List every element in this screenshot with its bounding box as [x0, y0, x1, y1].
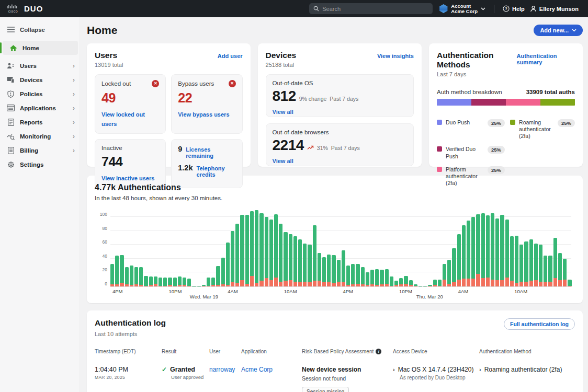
account-menu[interactable]: Account Acme Corp: [439, 4, 485, 14]
os-count: 812: [273, 88, 296, 105]
view-locked-out-link[interactable]: View locked out users: [101, 111, 145, 127]
x-axis-day-label: Thu. Mar 20: [416, 294, 443, 299]
reports-icon: [7, 118, 15, 126]
auth-bar: [356, 264, 359, 286]
monitoring-icon: [7, 132, 15, 140]
help-icon: ?: [503, 5, 510, 12]
view-all-os-link[interactable]: View all: [273, 109, 293, 115]
y-axis-label: 80: [96, 226, 107, 231]
x-axis-day-label: Wed. Mar 19: [190, 294, 218, 299]
auth-bar: [438, 280, 442, 286]
legend-swatch: [437, 120, 442, 125]
authentications-chart-card: 4.77k Authentications In the last 48 hou…: [87, 176, 583, 303]
x-axis-tick: 4AM: [458, 289, 469, 294]
telephony-link[interactable]: Telephony credits: [197, 165, 236, 178]
sidebar-item-applications[interactable]: Applications ›: [0, 101, 79, 115]
auth-bar: [481, 213, 485, 286]
search-input[interactable]: [322, 6, 428, 12]
auth-bar: [433, 280, 437, 286]
auth-log-card: Authentication log Last 10 attempts Full…: [87, 310, 583, 392]
view-insights-link[interactable]: View insights: [377, 53, 414, 59]
auth-bar: [139, 267, 143, 286]
auth-bar: [115, 256, 119, 286]
chevron-down-icon: [572, 29, 576, 32]
user-menu[interactable]: Ellery Munson: [530, 5, 579, 12]
user-link[interactable]: narroway: [209, 366, 235, 373]
sidebar-item-reports[interactable]: Reports ›: [0, 115, 79, 129]
users-total: 13019 total: [95, 62, 243, 68]
sidebar-item-billing[interactable]: Billing ›: [0, 143, 79, 157]
auth-bar: [313, 225, 316, 286]
shield-icon: [7, 90, 15, 98]
log-row-device: › Mac OS X 14.7.4 (23H420) As reported b…: [393, 354, 479, 392]
auth-bar: [544, 256, 547, 286]
legend-swatch: [510, 120, 515, 125]
auth-bar: [163, 278, 167, 286]
auth-chart-plot: 020406080100: [110, 209, 571, 287]
devices-card: Devices View insights 25188 total Out-of…: [258, 43, 422, 167]
locked-out-count: 49: [101, 90, 159, 106]
view-all-browsers-link[interactable]: View all: [273, 158, 293, 164]
auth-bar: [495, 218, 499, 286]
legend-item: Verified Duo Push 25%: [437, 146, 505, 159]
application-link[interactable]: Acme Corp: [241, 366, 273, 373]
sidebar-item-settings[interactable]: Settings: [0, 157, 79, 171]
auth-methods-title: Authentication Methods: [437, 51, 517, 70]
cisco-logo-icon: CISCO: [6, 4, 20, 13]
auth-bar: [385, 269, 389, 286]
licenses-tile: 9 Licenses remaining 1.2k Telephony cred…: [171, 139, 242, 188]
applications-icon: [7, 104, 15, 112]
log-row-result: ✓Granted User approved: [162, 354, 209, 392]
auth-bar: [342, 250, 345, 286]
account-icon: [439, 4, 448, 13]
log-row-application: Acme Corp: [241, 354, 302, 392]
auth-bar: [443, 264, 446, 286]
hamburger-icon: [7, 26, 15, 33]
sidebar-item-devices[interactable]: Devices ›: [0, 73, 79, 87]
view-bypass-link[interactable]: View bypass users: [178, 111, 229, 118]
log-row-user: narroway: [209, 354, 241, 392]
sidebar-item-home[interactable]: Home: [3, 41, 78, 55]
auth-bar: [399, 278, 403, 286]
auth-bar: [510, 236, 514, 286]
user-name: Ellery Munson: [539, 6, 579, 12]
auth-bar: [404, 276, 408, 286]
sidebar-item-users[interactable]: Users ›: [0, 59, 79, 73]
devices-icon: [7, 76, 15, 84]
auth-summary-link[interactable]: Authentication summary: [517, 53, 575, 65]
auth-bar: [303, 244, 307, 286]
licenses-link[interactable]: Licenses remaining: [186, 146, 235, 159]
legend-item: Platform authenticator (2fa) 25%: [437, 166, 505, 187]
auth-bar: [211, 278, 215, 286]
search-box[interactable]: [309, 3, 433, 14]
breakdown-label: Auth method breakdown: [437, 89, 502, 95]
auth-bar: [125, 267, 129, 286]
add-user-link[interactable]: Add user: [218, 53, 243, 59]
chevron-right-icon: ›: [73, 119, 75, 125]
auth-bar: [154, 276, 157, 286]
auth-bar: [548, 256, 552, 286]
auth-bar: [120, 255, 123, 286]
chevron-right-icon[interactable]: ›: [479, 366, 481, 373]
view-inactive-link[interactable]: View inactive users: [101, 175, 154, 181]
auth-bar: [394, 281, 398, 286]
auth-method-breakdown-bar: [437, 99, 575, 106]
auth-bar: [134, 267, 138, 286]
auth-bar: [423, 286, 427, 286]
log-row-timestamp: 1:04:40 PM MAR 20, 2025: [95, 354, 162, 392]
y-axis-label: 0: [96, 281, 107, 286]
add-new-button[interactable]: Add new...: [534, 25, 583, 36]
help-button[interactable]: ? Help: [503, 5, 525, 12]
chevron-right-icon[interactable]: ›: [393, 366, 395, 373]
sidebar-item-policies[interactable]: Policies ›: [0, 87, 79, 101]
sidebar-item-monitoring[interactable]: Monitoring ›: [0, 129, 79, 143]
auth-bar: [226, 243, 230, 286]
home-icon: [9, 44, 17, 52]
auth-bar: [332, 255, 335, 286]
x-axis-tick: 4PM: [112, 289, 123, 294]
info-icon[interactable]: i: [376, 349, 381, 354]
full-auth-log-button[interactable]: Full authentication log: [504, 318, 575, 330]
total-auths: 33909 total auths: [526, 89, 575, 95]
auth-bar: [471, 217, 475, 286]
collapse-button[interactable]: Collapse: [0, 22, 79, 37]
